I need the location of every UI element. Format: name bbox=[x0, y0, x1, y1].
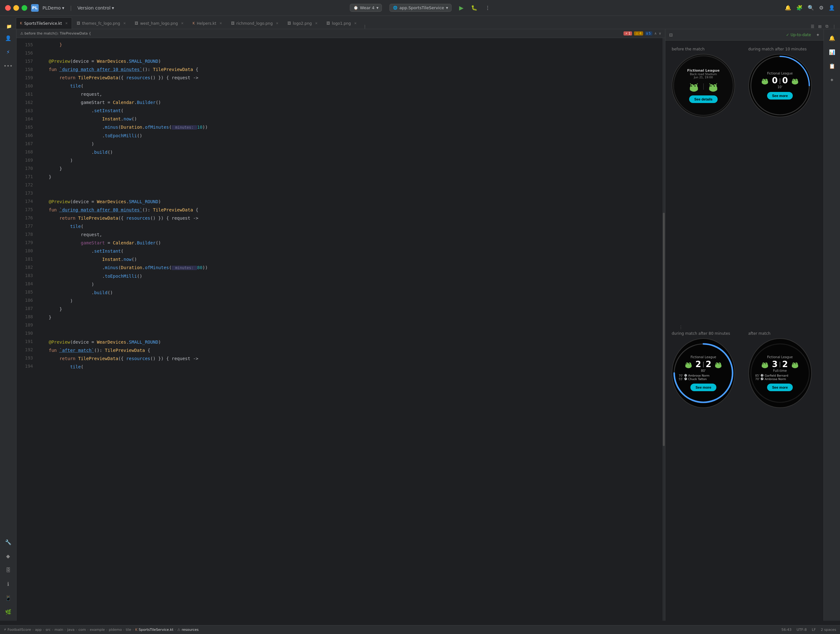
tab-more-icon[interactable]: ⋮ bbox=[831, 24, 837, 29]
tab-themes-logo[interactable]: 🖼 themes_fc_logo.png ✕ bbox=[73, 17, 130, 29]
code-line-164: Instant.now() bbox=[38, 115, 665, 123]
right-notifications-icon[interactable]: 🔔 bbox=[826, 32, 838, 44]
code-line-178: request, bbox=[38, 231, 665, 239]
right-sidebar: 🔔 📊 📋 ✦ bbox=[824, 29, 840, 621]
run-button[interactable]: ▶ bbox=[459, 5, 464, 11]
code-line-157: @Preview(device = WearDevices.SMALL_ROUN… bbox=[38, 57, 665, 65]
info-count[interactable]: ℹ 5 bbox=[645, 32, 652, 35]
account-icon[interactable]: 👤 bbox=[829, 5, 835, 11]
status-encoding[interactable]: UTF-8 bbox=[797, 628, 807, 632]
maximize-button[interactable] bbox=[22, 5, 27, 11]
service-selector[interactable]: 🌐 app.SportsTileService ▾ bbox=[390, 4, 452, 12]
debug-button[interactable]: 🐛 bbox=[471, 5, 477, 11]
status-indent[interactable]: 2 spaces bbox=[821, 628, 837, 632]
code-line-168: .build() bbox=[38, 148, 665, 156]
settings-icon[interactable]: ⚙ bbox=[819, 5, 824, 11]
code-line-166: .toEpochMilli() bbox=[38, 131, 665, 140]
tab-split-icon[interactable]: ⧉ bbox=[824, 24, 829, 29]
preview-label-after: after match bbox=[748, 331, 771, 336]
tab-west-ham[interactable]: 🖼 west_ham_logo.png ✕ bbox=[131, 17, 188, 29]
watch-after-match: Fictional League 3 | bbox=[748, 338, 812, 408]
code-line-182: .minus(Duration.ofMinutes( minutes: 80)) bbox=[38, 263, 665, 272]
sidebar-design-icon[interactable]: ◆ bbox=[2, 550, 14, 562]
code-line-189 bbox=[38, 321, 665, 330]
sidebar-git-icon[interactable]: 🌿 bbox=[2, 606, 14, 618]
code-line-167: ) bbox=[38, 140, 665, 148]
code-line-187: } bbox=[38, 305, 665, 313]
version-control[interactable]: Version control ▾ bbox=[77, 5, 114, 11]
code-line-184: ) bbox=[38, 280, 665, 288]
right-tool1-icon[interactable]: 📊 bbox=[826, 46, 838, 58]
split-divider[interactable]: ⋮ bbox=[680, 29, 682, 625]
status-position[interactable]: 56:43 bbox=[782, 628, 791, 632]
error-count[interactable]: ⚡ 1 bbox=[624, 32, 632, 35]
code-line-162: gameStart = Calendar.Builder() bbox=[38, 98, 665, 106]
scroll-thumb[interactable] bbox=[663, 213, 665, 446]
notifications-icon[interactable]: 🔔 bbox=[785, 5, 791, 11]
code-line-165: .minus(Duration.ofMinutes( minutes: 10)) bbox=[38, 123, 665, 131]
tab-close-sports[interactable]: ✕ bbox=[65, 22, 68, 25]
tab-logo1[interactable]: 🖼 logo1.png ✕ bbox=[322, 17, 361, 29]
sidebar-todo-icon[interactable]: ••• bbox=[2, 60, 14, 72]
tab-close-westham[interactable]: ✕ bbox=[181, 22, 183, 25]
preview-panel-icon[interactable]: ⊟ bbox=[669, 32, 673, 37]
tab-close-richmond[interactable]: ✕ bbox=[276, 22, 278, 25]
code-line-175: fun `during match after 80 minutes`(): T… bbox=[38, 206, 665, 214]
tab-close-themes[interactable]: ✕ bbox=[123, 22, 126, 25]
tab-close-helpers[interactable]: ✕ bbox=[219, 22, 222, 25]
code-line-159: return TilePreviewData({ resources() }) … bbox=[38, 74, 665, 82]
sidebar-structure-icon[interactable]: ⚡ bbox=[2, 46, 14, 58]
code-line-180: .setInstant( bbox=[38, 247, 665, 255]
minimize-button[interactable] bbox=[13, 5, 19, 11]
code-text[interactable]: } @Preview(device = WearDevices.SMALL_RO… bbox=[35, 38, 665, 621]
titlebar-actions: 🔔 🧩 🔍 ⚙ 👤 bbox=[785, 5, 835, 11]
more-button[interactable]: ⋮ bbox=[485, 5, 490, 11]
status-linesep[interactable]: LF bbox=[812, 628, 816, 632]
close-button[interactable] bbox=[5, 5, 11, 11]
sidebar-android-icon[interactable]: 📱 bbox=[2, 591, 14, 604]
scrollbar[interactable] bbox=[663, 38, 665, 621]
left-sidebar: 👤 ⚡ ••• 🔧 ◆ 🗄 ℹ 📱 🌿 bbox=[0, 29, 16, 621]
code-line-158: fun `during match after 10 minutes`(): T… bbox=[38, 65, 665, 74]
tab-close-logo1[interactable]: ✕ bbox=[354, 22, 357, 25]
code-line-170: } bbox=[38, 164, 665, 173]
file-tree-toggle[interactable]: 📁 bbox=[6, 24, 12, 29]
tab-layout-icon[interactable]: ⊞ bbox=[817, 24, 823, 29]
code-line-193: return TilePreviewData({ resources() }) … bbox=[38, 354, 665, 363]
code-line-185: .build() bbox=[38, 288, 665, 297]
tab-logo2[interactable]: 🖼 logo2.png ✕ bbox=[283, 17, 322, 29]
code-line-171: } bbox=[38, 173, 665, 181]
sidebar-file-icon[interactable]: 👤 bbox=[2, 32, 14, 44]
watch-arc-during10 bbox=[749, 55, 811, 117]
more-tabs[interactable]: ⋮ bbox=[363, 24, 367, 29]
search-icon[interactable]: 🔍 bbox=[808, 5, 814, 11]
sidebar-tools-icon[interactable]: 🔧 bbox=[2, 536, 14, 549]
code-line-177: tile( bbox=[38, 222, 665, 231]
warning-count[interactable]: ⚠ 4 bbox=[634, 32, 643, 35]
code-line-191: @Preview(device = WearDevices.SMALL_ROUN… bbox=[38, 338, 665, 346]
status-right: 56:43 UTF-8 LF 2 spaces bbox=[782, 628, 836, 632]
svg-point-43 bbox=[751, 344, 809, 402]
sidebar-info-icon[interactable]: ℹ bbox=[2, 577, 14, 590]
right-stars-icon[interactable]: ✦ bbox=[826, 74, 838, 86]
device-selector[interactable]: ⌚ Wear 4 ▾ bbox=[350, 4, 382, 12]
preview-panel: ⊟ ✓ Up-to-date ✦ before the match Fictio… bbox=[665, 29, 824, 621]
tab-settings-icon[interactable]: ☰ bbox=[809, 24, 816, 29]
titlebar-center: ⌚ Wear 4 ▾ 🌐 app.SportsTileService ▾ ▶ 🐛… bbox=[350, 4, 490, 12]
plugins-icon[interactable]: 🧩 bbox=[796, 5, 803, 11]
code-line-181: Instant.now() bbox=[38, 255, 665, 263]
code-line-194: tile( bbox=[38, 363, 665, 371]
tab-richmond[interactable]: 🖼 richmond_logo.png ✕ bbox=[227, 17, 283, 29]
tab-close-logo2[interactable]: ✕ bbox=[315, 22, 317, 25]
preview-label-before: before the match bbox=[672, 47, 705, 51]
code-line-155: } bbox=[38, 41, 665, 49]
editor-area: ⚠ before the match(): TilePreviewData { … bbox=[16, 29, 665, 621]
breadcrumb[interactable]: ⚡ FootballScore › app › src › main › jav… bbox=[4, 628, 199, 632]
code-editor[interactable]: 155 156 157 158 159 160 161 162 163 164 … bbox=[16, 38, 665, 621]
sidebar-db-icon[interactable]: 🗄 bbox=[2, 564, 14, 576]
project-name[interactable]: PLDemo ▾ bbox=[43, 5, 64, 11]
right-tool2-icon[interactable]: 📋 bbox=[826, 60, 838, 72]
preview-settings-icon[interactable]: ✦ bbox=[816, 32, 820, 37]
tab-helpers[interactable]: K Helpers.kt ✕ bbox=[189, 17, 226, 29]
tab-sports-tile-service[interactable]: K SportsTileService.kt ✕ bbox=[16, 17, 72, 29]
